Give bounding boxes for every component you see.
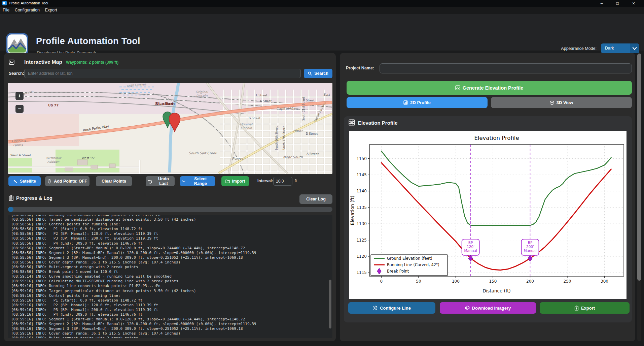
clear-points-button[interactable]: Clear Points (96, 176, 132, 186)
log-line: [08:59:16] INFO: Running line connects b… (11, 284, 329, 288)
map-label: G Street (249, 117, 261, 120)
map-label: A Street (307, 152, 319, 156)
svg-text:250: 250 (564, 279, 571, 284)
svg-text:1125: 1125 (356, 238, 367, 243)
pin-icon (47, 179, 51, 184)
log-line: [08:58:56] INFO: P4 (End): 309.0 ft, ele… (11, 241, 329, 246)
tab-3d-view[interactable]: 3D View (491, 97, 632, 108)
import-button[interactable]: Import (221, 176, 249, 186)
svg-text:1145: 1145 (356, 172, 367, 177)
search-button[interactable]: Search (304, 69, 332, 78)
search-label: Search: (9, 71, 24, 76)
map-label: US 77 (48, 103, 59, 107)
log-line: [08:59:16] INFO: P1 (Start): 0.0 ft, ele… (11, 298, 329, 303)
search-icon (308, 71, 312, 75)
svg-text:300: 300 (601, 279, 608, 284)
generate-image-icon (455, 85, 460, 90)
appearance-mode-label: Appearance Mode: (548, 46, 597, 51)
palette-icon (465, 306, 470, 310)
app-logo (6, 33, 28, 55)
log-line: [08:58:56] INFO: Segment 1 (Start→BP: Ma… (11, 246, 329, 251)
search-input[interactable] (24, 69, 301, 78)
log-line: [08:59:14] INFO: Curve smoothing enabled… (11, 274, 329, 279)
clipboard-icon (9, 195, 14, 201)
log-line: [08:59:16] INFO: Calculating MULTI-SEGME… (11, 279, 329, 284)
clear-log-button[interactable]: Clear Log (299, 194, 332, 204)
project-name-input[interactable] (380, 63, 632, 73)
log-line: [08:59:16] INFO: Segment 1 (Start→BP: Ma… (11, 317, 329, 322)
map-canvas: US 77Rosa Parks WayStadium3rdWest A Stre… (8, 83, 332, 174)
close-button[interactable]: × (628, 0, 639, 7)
scissors-icon: ✂ (182, 179, 185, 184)
folder-icon (225, 179, 230, 183)
svg-text:120': 120' (467, 245, 474, 249)
interval-input[interactable] (273, 177, 292, 186)
log-scrollbar[interactable] (329, 280, 331, 328)
map-label: Original (240, 122, 253, 126)
minimize-button[interactable]: – (596, 0, 607, 7)
log-line: [08:58:56] INFO: Running line connects b… (11, 215, 329, 217)
menu-export[interactable]: Export (43, 8, 59, 12)
menu-bar: File Configuration Export (0, 7, 644, 14)
export-button[interactable]: Export (540, 302, 630, 314)
elevation-chart: BP120'ManualBP200'Manual0501001502002503… (349, 131, 627, 299)
map-label: Houtz (293, 129, 303, 133)
configure-line-button[interactable]: Configure Line (348, 302, 435, 314)
map-zoom-in-button[interactable]: + (15, 92, 24, 100)
map-label: Lincoln (196, 94, 208, 97)
svg-text:1115: 1115 (356, 270, 367, 275)
progress-bar (8, 207, 332, 212)
satellite-toggle-button[interactable]: Satellite (8, 176, 41, 186)
window-title: Profile Automation Tool (9, 1, 48, 5)
menu-file[interactable]: File (1, 8, 11, 12)
map-zoom-out-button[interactable]: − (15, 105, 24, 113)
log-output[interactable]: [08:58:56] INFO: Running line connects b… (8, 215, 332, 338)
chart-section-title: Elevation Profile (358, 120, 398, 126)
undo-icon (148, 179, 152, 184)
svg-text:100: 100 (452, 279, 460, 284)
app-header: Profile Automation Tool Developed by Omi… (0, 14, 644, 51)
svg-text:1140: 1140 (356, 189, 367, 193)
select-range-button[interactable]: ✂ Select Range (180, 176, 215, 186)
log-line: [08:59:16] INFO: P3 (BP: Manual): 200.0 … (11, 308, 329, 312)
log-line: [08:59:16] INFO: P4 (End): 309.0 ft, ele… (11, 312, 329, 317)
tab-2d-profile[interactable]: 2D Profile (347, 97, 488, 108)
bar-chart-icon (403, 100, 408, 105)
map-label: Near South (283, 155, 303, 159)
map-label: Capitol View (276, 106, 298, 111)
generate-profile-button[interactable]: Generate Elevation Profile (347, 81, 632, 95)
svg-text:50: 50 (416, 279, 421, 284)
log-line: [08:58:56] INFO: Break point 1 moved to … (11, 270, 329, 274)
panel-scrollbar-thumb[interactable] (637, 54, 641, 281)
svg-text:Break Point: Break Point (387, 269, 409, 274)
appearance-mode-dropdown[interactable]: Dark (601, 43, 639, 53)
log-line: [08:58:56] INFO: P1 (Start): 0.0 ft, ele… (11, 227, 329, 231)
download-imagery-button[interactable]: Download Imagery (440, 302, 536, 314)
svg-text:Running Line (Curved, 42"): Running Line (Curved, 42") (387, 262, 439, 267)
svg-text:Manual: Manual (524, 249, 536, 253)
log-line: [08:59:16] INFO: Cover depth range: 36.1… (11, 331, 329, 336)
log-line: [08:59:16] INFO: Target perpendicular di… (11, 289, 329, 293)
undo-last-button[interactable]: Undo Last (146, 176, 175, 186)
app-icon (2, 1, 7, 5)
map-label: L Street (256, 94, 267, 97)
menu-configuration[interactable]: Configuration (13, 8, 42, 12)
export-clipboard-icon (574, 306, 579, 311)
progress-bar-fill (8, 207, 13, 212)
maximize-button[interactable]: □ (612, 0, 623, 7)
map-label: West A Street (10, 154, 31, 157)
svg-text:Ground Elevation (feet): Ground Elevation (feet) (387, 256, 432, 261)
map-label: South 17th Street (283, 126, 286, 150)
log-line: [08:58:56] INFO: Segment 3 (BP: Manual→E… (11, 255, 329, 260)
map-label: K Street (260, 99, 272, 103)
svg-text:1130: 1130 (356, 221, 367, 226)
map-label: Farms (13, 143, 23, 147)
svg-text:200: 200 (526, 279, 534, 284)
log-line: [08:59:16] INFO: Segment 3 (BP: Manual→E… (11, 326, 329, 331)
window-titlebar: Profile Automation Tool – □ × (0, 0, 644, 7)
svg-text:1150: 1150 (356, 156, 367, 161)
add-points-toggle-button[interactable]: Add Points: OFF (45, 176, 90, 186)
interactive-map[interactable]: US 77Rosa Parks WayStadium3rdWest A Stre… (8, 83, 332, 174)
chevron-down-icon (630, 43, 639, 53)
map-label: South 21st Street (302, 97, 305, 121)
